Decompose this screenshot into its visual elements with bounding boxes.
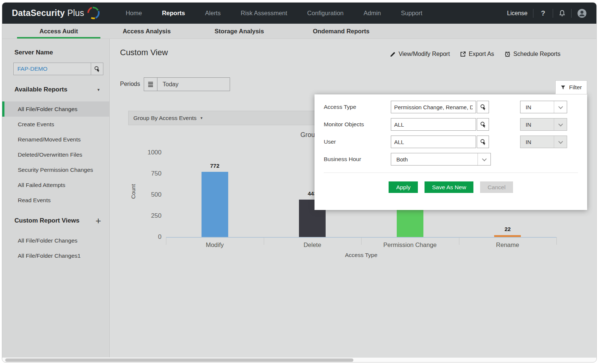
operator-value: IN — [520, 121, 554, 128]
nav-item-configuration[interactable]: Configuration — [307, 10, 343, 17]
tab-ondemand-reports[interactable]: Ondemand Reports — [286, 24, 397, 39]
filter-row-label: User — [324, 138, 389, 145]
magnifier-picker-icon[interactable] — [477, 101, 489, 113]
collapse-triangle-icon: ▼ — [97, 88, 100, 92]
horizontal-scrollbar-thumb[interactable] — [5, 358, 353, 362]
y-tick-500: 500 — [132, 191, 162, 198]
magnifier-picker-icon[interactable] — [477, 136, 489, 148]
cancel-button[interactable]: Cancel — [480, 181, 513, 193]
sidebar-report-renamed-moved-events[interactable]: Renamed/Moved Events — [2, 132, 109, 147]
y-tick-750: 750 — [132, 170, 162, 177]
nav-item-admin[interactable]: Admin — [364, 10, 381, 17]
filter-value-input-user[interactable] — [391, 136, 476, 148]
brand-logo-link[interactable]: DataSecurity Plus — [12, 6, 101, 21]
filter-button[interactable]: Filter — [555, 80, 587, 94]
filter-row-access-type: Access TypeIN — [315, 101, 587, 113]
bar-rename — [494, 235, 521, 237]
filter-row-monitor-objects: Monitor ObjectsIN — [315, 118, 587, 131]
filter-value-group — [391, 101, 489, 113]
tab-access-audit[interactable]: Access Audit — [17, 24, 100, 39]
nav-item-support[interactable]: Support — [401, 10, 422, 17]
operator-dropdown-access-type[interactable]: IN — [520, 101, 567, 113]
chevron-down-icon: ▼ — [200, 116, 203, 120]
filter-row-user: UserIN — [315, 136, 587, 148]
sidebar-custom-view-all-file-folder-changes[interactable]: All File/Folder Changes — [2, 233, 109, 248]
custom-views-list: All File/Folder ChangesAll File/Folder C… — [2, 233, 109, 263]
notifications-bell-icon[interactable] — [559, 10, 566, 17]
add-custom-view-icon[interactable]: + — [96, 217, 101, 224]
brand-name: DataSecurity Plus — [12, 8, 84, 18]
divider — [533, 9, 533, 18]
select-value: Both — [391, 156, 477, 163]
save-as-new-button[interactable]: Save As New — [425, 181, 473, 193]
filter-value-input-monitor-objects[interactable] — [391, 118, 476, 131]
category-label-rename: Rename — [459, 241, 557, 248]
divider — [553, 9, 553, 18]
bar-value-rename: 22 — [493, 226, 522, 232]
sidebar-report-all-failed-attempts[interactable]: All Failed Attempts — [2, 177, 109, 193]
y-tick-0: 0 — [132, 233, 162, 241]
sidebar-report-deleted-overwritten-files[interactable]: Deleted/Overwritten Files — [2, 147, 109, 162]
sidebar-report-security-permission-changes[interactable]: Security Permission Changes — [2, 162, 109, 177]
server-name-control — [13, 63, 103, 75]
filter-panel: ApplySave As NewCancel Access TypeINMoni… — [315, 94, 587, 210]
sidebar-report-all-file-folder-changes[interactable]: All File/Folder Changes — [2, 101, 109, 117]
tab-storage-analysis[interactable]: Storage Analysis — [193, 24, 286, 39]
chevron-down-icon — [554, 136, 567, 148]
filter-row-label: Business Hour — [324, 156, 389, 163]
sidebar-report-create-events[interactable]: Create Events — [2, 117, 109, 132]
available-reports-list: All File/Folder ChangesCreate EventsRena… — [2, 101, 109, 208]
available-reports-label: Available Reports — [14, 86, 67, 93]
bar-value-modify: 772 — [200, 163, 230, 169]
filter-row-label: Monitor Objects — [324, 121, 389, 128]
tab-access-analysis[interactable]: Access Analysis — [100, 24, 193, 39]
select-business-hour[interactable]: Both — [391, 153, 491, 166]
operator-value: IN — [520, 139, 554, 145]
x-axis-label: Access Type — [166, 252, 556, 258]
nav-item-home[interactable]: Home — [126, 10, 142, 17]
available-reports-header[interactable]: Available Reports ▼ — [14, 86, 100, 93]
user-avatar[interactable] — [577, 9, 587, 18]
server-name-label: Server Name — [14, 49, 53, 56]
server-name-input[interactable] — [13, 63, 91, 75]
app-window: DataSecurity Plus HomeReportsAlertsRisk … — [2, 2, 597, 363]
sidebar-report-read-events[interactable]: Read Events — [2, 193, 109, 208]
custom-report-views-header[interactable]: Custom Report Views + — [14, 217, 101, 224]
chevron-down-icon — [554, 101, 567, 113]
category-label-modify: Modify — [166, 241, 264, 248]
y-tick-250: 250 — [132, 212, 162, 220]
x-axis-tick — [556, 237, 557, 245]
topnav-utilities: License ? — [507, 9, 587, 18]
filter-row-label: Access Type — [324, 104, 389, 110]
server-picker-button[interactable] — [91, 63, 103, 75]
filter-panel-buttons: ApplySave As NewCancel — [315, 181, 587, 193]
custom-report-views-label: Custom Report Views — [14, 217, 79, 224]
main-menu: HomeReportsAlertsRisk AssessmentConfigur… — [126, 10, 422, 17]
category-label-permission-change: Permission Change — [361, 241, 459, 248]
apply-button[interactable]: Apply — [389, 181, 418, 193]
brand-swirl-icon — [84, 4, 103, 22]
magnifier-picker-icon[interactable] — [477, 118, 489, 131]
operator-dropdown-monitor-objects[interactable]: IN — [520, 118, 567, 131]
nav-item-alerts[interactable]: Alerts — [205, 10, 221, 17]
filter-value-group — [391, 136, 489, 148]
main-content: Custom View View/Modify ReportExport AsS… — [110, 39, 596, 357]
filter-button-label: Filter — [569, 84, 582, 91]
help-icon[interactable]: ? — [539, 9, 547, 17]
license-link[interactable]: License — [507, 10, 528, 17]
sidebar: Server Name Available Reports ▼ All File… — [2, 39, 110, 357]
chevron-glyph — [558, 139, 563, 144]
category-label-delete: Delete — [264, 241, 362, 248]
operator-dropdown-user[interactable]: IN — [520, 136, 567, 148]
nav-item-reports[interactable]: Reports — [162, 10, 185, 17]
group-by-label: Group By Access Events — [133, 115, 197, 121]
sidebar-custom-view-all-file-folder-changes1[interactable]: All File/Folder Changes1 — [2, 248, 109, 263]
filter-value-input-access-type[interactable] — [391, 101, 476, 113]
filter-row-business-hour: Business HourBoth — [315, 153, 587, 166]
funnel-icon — [560, 85, 566, 90]
chevron-down-icon — [477, 153, 490, 165]
chevron-down-icon — [554, 118, 567, 130]
nav-item-risk-assessment[interactable]: Risk Assessment — [241, 10, 287, 17]
horizontal-scrollbar — [2, 357, 596, 362]
divider — [324, 173, 578, 173]
